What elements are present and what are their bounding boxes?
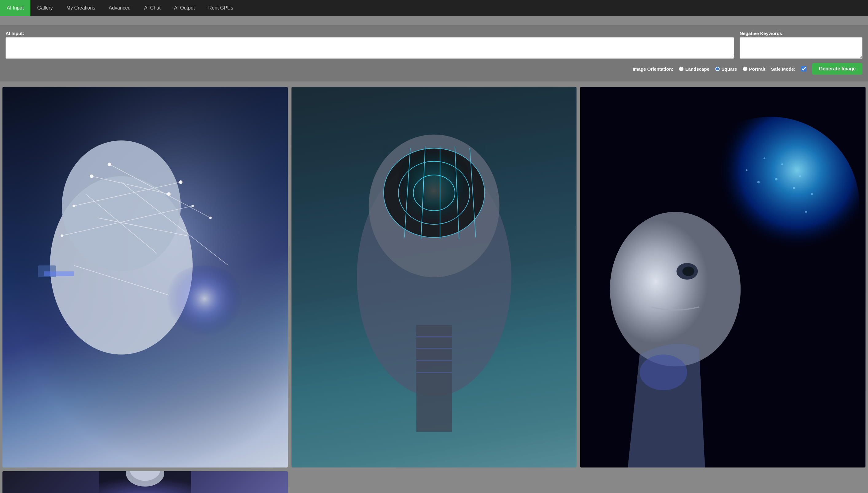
svg-point-49	[775, 178, 778, 180]
landscape-label: Landscape	[685, 66, 709, 72]
svg-point-13	[167, 192, 171, 196]
svg-point-29	[413, 175, 455, 211]
negative-keywords-group: Negative Keywords:	[739, 31, 863, 59]
square-radio[interactable]	[715, 66, 720, 71]
svg-point-48	[757, 181, 760, 184]
svg-point-14	[72, 205, 75, 207]
nav-item-rent-gpus[interactable]: Rent GPUs	[202, 0, 240, 16]
negative-keywords-textarea[interactable]	[739, 37, 863, 59]
portrait-label: Portrait	[749, 66, 766, 72]
nav-item-advanced[interactable]: Advanced	[102, 0, 137, 16]
ai-input-textarea[interactable]	[5, 37, 734, 59]
landscape-radio[interactable]	[679, 66, 684, 71]
robot-illustration-2	[292, 87, 577, 468]
main-nav: AI Input Gallery My Creations Advanced A…	[0, 0, 868, 16]
nav-item-my-creations[interactable]: My Creations	[60, 0, 102, 16]
svg-point-16	[61, 235, 63, 237]
robot-illustration-3	[580, 87, 866, 468]
svg-point-17	[191, 205, 194, 207]
ai-input-label: AI Input:	[5, 31, 734, 36]
gallery-area	[0, 82, 868, 493]
gallery-item-2[interactable]	[292, 87, 577, 468]
orientation-landscape[interactable]: Landscape	[679, 66, 709, 72]
svg-point-43	[763, 157, 766, 159]
gallery-item-1[interactable]	[2, 87, 288, 468]
svg-point-42	[746, 169, 748, 171]
gallery-item-4[interactable]	[2, 471, 288, 493]
svg-point-11	[157, 265, 252, 361]
input-row: AI Input: Negative Keywords:	[5, 31, 863, 59]
svg-point-2	[62, 141, 181, 272]
nav-item-ai-output[interactable]: AI Output	[167, 0, 202, 16]
portrait-radio[interactable]	[743, 66, 748, 71]
svg-point-18	[108, 163, 111, 166]
nav-item-ai-input[interactable]: AI Input	[0, 0, 30, 16]
negative-keywords-label: Negative Keywords:	[739, 31, 863, 36]
controls-row: Image Orientation: Landscape Square Port…	[5, 63, 863, 75]
robot-illustration-1	[2, 87, 288, 468]
svg-point-54	[640, 355, 687, 390]
square-label: Square	[722, 66, 737, 72]
gallery-grid	[2, 87, 866, 493]
safe-mode-checkbox[interactable]	[801, 66, 806, 72]
svg-point-53	[683, 266, 694, 276]
svg-point-19	[209, 217, 212, 219]
svg-point-12	[90, 174, 93, 178]
orientation-square[interactable]: Square	[715, 66, 737, 72]
svg-point-51	[610, 212, 741, 366]
svg-point-45	[799, 175, 801, 177]
svg-point-46	[811, 193, 813, 195]
svg-point-50	[793, 187, 796, 189]
orientation-label: Image Orientation:	[633, 66, 673, 72]
orientation-portrait[interactable]: Portrait	[743, 66, 766, 72]
robot-illustration-4	[2, 471, 288, 493]
svg-point-15	[179, 180, 183, 184]
svg-rect-21	[44, 272, 74, 276]
nav-item-ai-chat[interactable]: AI Chat	[137, 0, 167, 16]
svg-point-44	[781, 164, 783, 165]
svg-rect-35	[416, 325, 452, 432]
gallery-item-3[interactable]	[580, 87, 866, 468]
safe-mode-label: Safe Mode:	[771, 66, 796, 72]
svg-point-47	[805, 211, 807, 213]
nav-item-gallery[interactable]: Gallery	[30, 0, 60, 16]
ai-input-group: AI Input:	[5, 31, 734, 59]
content-area: AI Input: Negative Keywords: Image Orien…	[0, 25, 868, 82]
generate-image-button[interactable]: Generate Image	[812, 63, 863, 75]
